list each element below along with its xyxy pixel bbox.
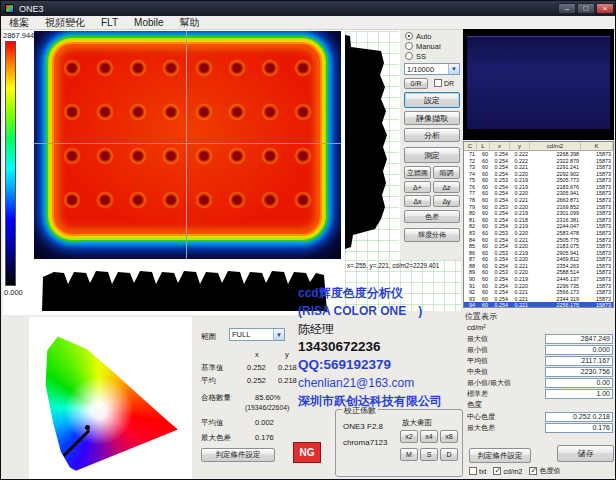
- chevron-down-icon[interactable]: ▼: [273, 329, 284, 340]
- vertical-profile-curve: [345, 31, 399, 259]
- table-row[interactable]: 79 60 0.253 0.220 2169.852 15873: [464, 204, 613, 211]
- max-color-diff-label: 最大色差: [201, 433, 231, 443]
- mode-radio[interactable]: SS: [405, 51, 461, 61]
- cell-y: 0.220: [510, 171, 530, 178]
- table-row[interactable]: 92 60 0.254 0.221 2566.173 15873: [464, 289, 613, 296]
- menu-item[interactable]: 檔案: [1, 16, 37, 30]
- close-button[interactable]: ×: [596, 3, 614, 14]
- cell-k: 15873: [581, 256, 613, 263]
- measure-button[interactable]: 測定: [404, 147, 460, 163]
- exposure-select[interactable]: 1/10000 ▼: [404, 63, 460, 75]
- checkbox-icon: [434, 79, 442, 87]
- cell-k: 15873: [581, 302, 613, 308]
- menu-item[interactable]: FLT: [93, 16, 126, 30]
- delta-z-button[interactable]: Δz: [433, 181, 460, 193]
- luminance-distribution-button[interactable]: 輝度分佈: [404, 228, 460, 242]
- table-row[interactable]: 93 60 0.254 0.221 2344.319 15873: [464, 296, 613, 303]
- table-row[interactable]: 71 60 0.254 0.222 2268.398 15873: [464, 151, 613, 158]
- save-option-checkbox[interactable]: 色度值: [529, 466, 560, 476]
- stereo-view-button[interactable]: 立體圖: [404, 166, 431, 179]
- table-row[interactable]: 91 60 0.254 0.220 2296.735 15873: [464, 283, 613, 290]
- table-row[interactable]: 78 60 0.254 0.221 2663.871 15873: [464, 197, 613, 204]
- maximize-button[interactable]: □: [577, 3, 595, 14]
- table-row[interactable]: 88 60 0.254 0.221 2354.263 15873: [464, 263, 613, 270]
- delta-plus-button[interactable]: Δ+: [404, 181, 431, 193]
- dr-checkbox[interactable]: DR: [434, 79, 454, 87]
- cell-l: 60: [477, 263, 490, 270]
- judge-condition-button[interactable]: 判定條件設定: [201, 448, 275, 462]
- table-row[interactable]: 84 60 0.254 0.221 2505.775 15873: [464, 237, 613, 244]
- mode-radio[interactable]: Auto: [405, 31, 461, 41]
- cell-l: 60: [477, 243, 490, 250]
- table-row[interactable]: 74 60 0.254 0.220 2292.902 15873: [464, 171, 613, 178]
- tone-view-button[interactable]: 階調: [433, 166, 460, 179]
- table-row[interactable]: 77 60 0.254 0.220 2305.941 15873: [464, 190, 613, 197]
- cell-cd: 2344.319: [530, 296, 581, 303]
- cell-cd: 2446.137: [530, 276, 581, 283]
- msd-button[interactable]: D: [440, 448, 458, 461]
- cell-x: 0.254: [490, 151, 510, 158]
- table-header-cell: L: [477, 142, 490, 151]
- cell-x: 0.254: [490, 237, 510, 244]
- save-button[interactable]: 儲存: [557, 445, 614, 462]
- cell-x: 0.254: [490, 296, 510, 303]
- luminance-heatmap-view[interactable]: [34, 31, 341, 259]
- settings-button[interactable]: 設定: [404, 92, 460, 108]
- table-row[interactable]: 76 60 0.254 0.219 2183.676 15873: [464, 184, 613, 191]
- minimize-button[interactable]: –: [558, 3, 576, 14]
- cell-x: 0.254: [490, 210, 510, 217]
- zoom-factor-button[interactable]: x4: [420, 430, 438, 443]
- cell-k: 15873: [581, 276, 613, 283]
- table-row[interactable]: 89 60 0.253 0.220 2588.514 15873: [464, 269, 613, 276]
- cell-cd: 2301.099: [530, 210, 581, 217]
- analyze-button[interactable]: 分析: [404, 128, 460, 142]
- contact-line: 13430672236: [298, 338, 476, 356]
- table-row[interactable]: 82 60 0.254 0.219 2244.047 15873: [464, 223, 613, 230]
- save-option-checkbox[interactable]: txt: [469, 467, 486, 475]
- save-option-checkbox[interactable]: cd/m2: [493, 467, 522, 475]
- stats-chroma-label: 色度: [467, 400, 614, 410]
- save-options: txt cd/m2 色度值: [469, 466, 560, 476]
- cell-k: 15873: [581, 237, 613, 244]
- table-row[interactable]: 87 60 0.254 0.220 2469.812 15873: [464, 256, 613, 263]
- cell-l: 60: [477, 184, 490, 191]
- zoom-factor-button[interactable]: x8: [440, 430, 458, 443]
- table-row[interactable]: 80 60 0.254 0.219 2301.099 15873: [464, 210, 613, 217]
- table-row[interactable]: 86 60 0.253 0.219 2905.941 15873: [464, 250, 613, 257]
- table-row[interactable]: 75 60 0.253 0.219 2505.773 15873: [464, 177, 613, 184]
- mode-radio[interactable]: Manual: [405, 41, 461, 51]
- zoom-factor-button[interactable]: x2: [400, 430, 418, 443]
- delta-x-button[interactable]: Δx: [404, 195, 431, 207]
- crosshair-horizontal-line: [34, 143, 341, 144]
- color-difference-button[interactable]: 色差: [404, 210, 460, 223]
- menu-item[interactable]: Mobile: [126, 16, 171, 30]
- cell-y: 0.219: [510, 210, 530, 217]
- zero-reset-button[interactable]: 0/R: [404, 78, 428, 89]
- table-row[interactable]: 94 60 0.254 0.221 2256.175 15873: [464, 302, 613, 308]
- msd-button[interactable]: S: [420, 448, 438, 461]
- cell-c: 90: [464, 276, 477, 283]
- table-row[interactable]: 83 60 0.253 0.220 2583.478 15873: [464, 230, 613, 237]
- range-select[interactable]: FULL ▼: [229, 328, 285, 341]
- table-row[interactable]: 72 60 0.254 0.222 2322.879 15873: [464, 158, 613, 165]
- cell-c: 71: [464, 151, 477, 158]
- table-row[interactable]: 81 60 0.254 0.218 2316.381 15873: [464, 217, 613, 224]
- cell-cd: 2296.735: [530, 283, 581, 290]
- cell-y: 0.220: [510, 256, 530, 263]
- table-row[interactable]: 90 60 0.254 0.219 2446.137 15873: [464, 276, 613, 283]
- msd-button[interactable]: M: [400, 448, 418, 461]
- capture-button[interactable]: 靜像擷取: [404, 111, 460, 125]
- radio-icon: [405, 52, 413, 60]
- cell-y: 0.219: [510, 184, 530, 191]
- chevron-down-icon[interactable]: ▼: [448, 64, 459, 74]
- table-row[interactable]: 73 60 0.254 0.221 2291.241 15873: [464, 164, 613, 171]
- cell-cd: 2566.173: [530, 289, 581, 296]
- stats-unit-label: cd/m²: [467, 323, 614, 332]
- cell-l: 60: [477, 164, 490, 171]
- stat-label: 標準差: [467, 389, 545, 399]
- table-row[interactable]: 85 60 0.254 0.220 2183.075 15873: [464, 243, 613, 250]
- delta-y-button[interactable]: Δy: [433, 195, 460, 207]
- menu-item[interactable]: 視頻變化: [37, 16, 93, 30]
- footer-judge-condition-button[interactable]: 判定條件設定: [469, 448, 531, 463]
- menu-item[interactable]: 幫助: [172, 16, 208, 30]
